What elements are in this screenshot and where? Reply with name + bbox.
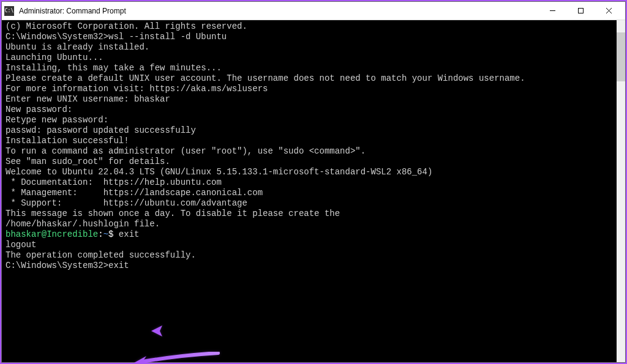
terminal-line: Welcome to Ubuntu 22.04.3 LTS (GNU/Linux… — [6, 167, 621, 177]
terminal-line: To run a command as administrator (user … — [6, 146, 621, 157]
terminal-line: logout — [6, 240, 621, 250]
terminal-line: Retype new password: — [6, 115, 621, 125]
terminal-line: Ubuntu is already installed. — [6, 42, 621, 53]
prompt-command: exit — [119, 229, 140, 239]
scrollbar[interactable] — [617, 20, 625, 362]
prompt-symbol: $ — [108, 229, 119, 239]
scrollbar-thumb[interactable] — [617, 32, 625, 81]
terminal-line: * Management: https://landscape.canonica… — [6, 188, 621, 198]
close-button[interactable] — [595, 2, 623, 20]
terminal-line: Installation successful! — [6, 136, 621, 146]
terminal-line: * Support: https://ubuntu.com/advantage — [6, 198, 621, 209]
bash-prompt-line: bhaskar@Incredible:~$ exit — [6, 229, 621, 240]
terminal-line: passwd: password updated successfully — [6, 125, 621, 136]
prompt-sep: : — [98, 229, 103, 239]
terminal-line: /home/bhaskar/.hushlogin file. — [6, 219, 621, 229]
minimize-icon — [549, 7, 556, 14]
app-icon: C:\ — [4, 6, 14, 16]
terminal-line: Installing, this may take a few minutes.… — [6, 63, 621, 73]
svg-rect-1 — [578, 9, 583, 13]
terminal-line: New password: — [6, 105, 621, 115]
titlebar[interactable]: C:\ Administrator: Command Prompt — [2, 2, 625, 20]
cmd-prompt-command: exit — [108, 261, 129, 270]
terminal-line: (c) Microsoft Corporation. All rights re… — [6, 21, 621, 32]
cmd-prompt-path: C:\Windows\System32> — [6, 261, 108, 270]
prompt-path: ~ — [103, 229, 108, 239]
cmd-prompt-line: C:\Windows\System32>exit — [6, 261, 621, 271]
terminal-line: Launching Ubuntu... — [6, 53, 621, 63]
terminal-line: For more information visit: https://aka.… — [6, 84, 621, 94]
window-title: Administrator: Command Prompt — [19, 7, 538, 15]
close-icon — [606, 7, 612, 14]
terminal-line: Please create a default UNIX user accoun… — [6, 73, 621, 84]
minimize-button[interactable] — [538, 2, 566, 20]
maximize-button[interactable] — [566, 2, 595, 20]
terminal-output[interactable]: (c) Microsoft Corporation. All rights re… — [2, 20, 625, 362]
window-controls — [538, 2, 623, 20]
terminal-line: The operation completed successfully. — [6, 250, 621, 261]
command-prompt-window: C:\ Administrator: Command Prompt (c) Mi… — [1, 1, 626, 363]
terminal-line: * Documentation: https://help.ubuntu.com — [6, 177, 621, 188]
terminal-line: This message is shown once a day. To dis… — [6, 209, 621, 219]
terminal-line: C:\Windows\System32>wsl --install -d Ubu… — [6, 32, 621, 42]
terminal-line: See "man sudo_root" for details. — [6, 157, 621, 167]
maximize-icon — [577, 7, 584, 14]
prompt-user: bhaskar@Incredible — [6, 229, 98, 239]
terminal-line: Enter new UNIX username: bhaskar — [6, 94, 621, 105]
